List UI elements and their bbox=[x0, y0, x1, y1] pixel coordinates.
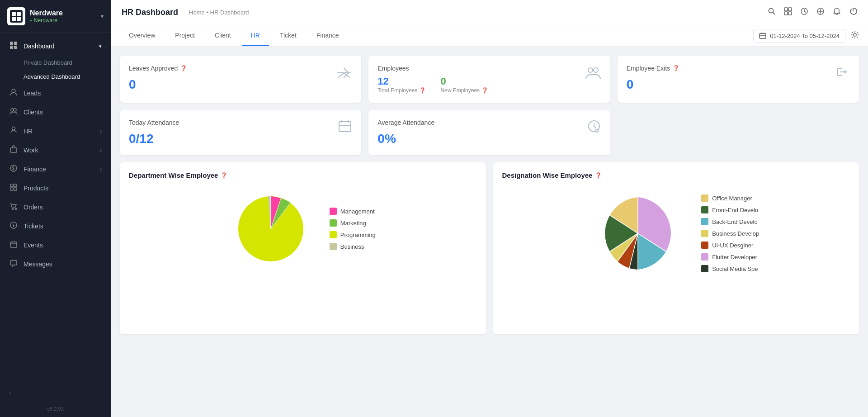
svg-rect-37 bbox=[339, 122, 351, 132]
sidebar-item-private-dashboard[interactable]: Private Dashboard bbox=[0, 56, 111, 70]
sidebar-item-leads[interactable]: Leads bbox=[0, 84, 111, 103]
svg-rect-19 bbox=[14, 188, 17, 190]
breadcrumb: Home • HR Dashboard bbox=[189, 9, 249, 16]
legend-dot-frontend bbox=[701, 206, 708, 213]
cards-row2-empty bbox=[618, 110, 859, 155]
total-employees-help-icon[interactable]: ❓ bbox=[419, 87, 426, 94]
brand-header[interactable]: Nerdware Nerdware ▾ bbox=[0, 0, 111, 33]
sidebar-collapse-button[interactable]: ‹ bbox=[0, 384, 111, 401]
tab-project[interactable]: Project bbox=[166, 25, 204, 46]
main-area: HR Dashboard Home • HR Dashboard bbox=[111, 0, 868, 417]
sidebar-item-dashboard[interactable]: Dashboard ▾ bbox=[0, 37, 111, 56]
power-icon[interactable] bbox=[849, 7, 857, 18]
svg-rect-3 bbox=[12, 17, 16, 21]
svg-point-20 bbox=[12, 208, 14, 210]
date-range-text: 01-12-2024 To 05-12-2024 bbox=[770, 33, 840, 39]
brand-logo bbox=[7, 7, 25, 25]
sidebar: Nerdware Nerdware ▾ Dashboard ▾ Private … bbox=[0, 0, 111, 417]
finance-arrow-icon: › bbox=[100, 166, 102, 172]
legend-item-uiux: UI-UX Desginer bbox=[701, 242, 759, 249]
dept-pie-legend: Management Marketing Programming Bu bbox=[330, 208, 376, 250]
card-average-attendance: Average Attendance 0% bbox=[368, 110, 610, 155]
leaves-approved-help-icon[interactable]: ❓ bbox=[180, 65, 187, 71]
sidebar-tickets-label: Tickets bbox=[24, 223, 43, 230]
sidebar-work-label: Work bbox=[24, 147, 38, 154]
leads-icon bbox=[9, 88, 18, 98]
svg-rect-27 bbox=[784, 8, 788, 11]
tabs-right: 01-12-2024 To 05-12-2024 bbox=[753, 29, 859, 43]
desig-pie-chart bbox=[593, 188, 683, 279]
tab-overview[interactable]: Overview bbox=[120, 25, 164, 46]
svg-rect-13 bbox=[10, 148, 17, 152]
settings-icon[interactable] bbox=[851, 31, 859, 41]
sidebar-item-orders[interactable]: Orders bbox=[0, 198, 111, 217]
sidebar-item-hr[interactable]: HR › bbox=[0, 122, 111, 141]
average-attendance-title: Average Attendance bbox=[377, 119, 601, 126]
search-icon[interactable] bbox=[768, 7, 776, 18]
new-employees-label: New Employees ❓ bbox=[440, 87, 488, 94]
legend-item-office-manager: Office Manager bbox=[701, 194, 759, 202]
svg-rect-6 bbox=[14, 42, 17, 45]
sidebar-item-advanced-dashboard[interactable]: Advanced Dashboard bbox=[0, 70, 111, 84]
hr-arrow-icon: › bbox=[100, 128, 102, 134]
svg-point-11 bbox=[14, 109, 16, 111]
employee-exits-icon bbox=[835, 65, 850, 82]
bell-icon[interactable] bbox=[833, 7, 841, 18]
sidebar-item-events[interactable]: Events bbox=[0, 236, 111, 255]
clock-icon[interactable] bbox=[800, 7, 808, 18]
grid-icon[interactable] bbox=[784, 7, 792, 18]
card-today-attendance: Today Attendance 0/12 bbox=[120, 110, 361, 155]
svg-point-10 bbox=[11, 109, 14, 111]
breadcrumb-separator: • bbox=[206, 9, 208, 16]
svg-rect-1 bbox=[12, 12, 16, 16]
svg-rect-0 bbox=[10, 10, 23, 23]
svg-rect-17 bbox=[14, 184, 17, 187]
new-employees-item: 0 New Employees ❓ bbox=[440, 76, 488, 94]
chart-dept-wise: Department Wise Employee ❓ bbox=[120, 162, 486, 334]
svg-rect-25 bbox=[10, 261, 17, 265]
legend-item-marketing: Marketing bbox=[330, 219, 376, 227]
new-employees-value: 0 bbox=[440, 76, 488, 87]
sidebar-item-messages[interactable]: Messages bbox=[0, 255, 111, 274]
legend-item-backend: Back-End Develo bbox=[701, 218, 759, 225]
svg-rect-5 bbox=[10, 42, 13, 45]
tabs-list: Overview Project Client HR Ticket Financ… bbox=[120, 25, 350, 46]
sidebar-item-finance[interactable]: $ Finance › bbox=[0, 160, 111, 179]
tabs-bar: Overview Project Client HR Ticket Financ… bbox=[111, 25, 868, 47]
total-employees-label: Total Employees ❓ bbox=[377, 87, 426, 94]
clients-icon bbox=[9, 107, 18, 117]
advanced-dashboard-label: Advanced Dashboard bbox=[24, 73, 80, 80]
new-employees-help-icon[interactable]: ❓ bbox=[481, 87, 488, 94]
date-range-picker[interactable]: 01-12-2024 To 05-12-2024 bbox=[753, 29, 845, 43]
legend-item-frontend: Front-End Develo bbox=[701, 206, 759, 213]
tab-ticket[interactable]: Ticket bbox=[271, 25, 306, 46]
svg-rect-7 bbox=[10, 46, 13, 49]
dept-chart-help-icon[interactable]: ❓ bbox=[221, 172, 227, 179]
desig-chart-title: Designation Wise Employee ❓ bbox=[502, 171, 850, 179]
sidebar-dashboard-label: Dashboard bbox=[24, 43, 55, 50]
sidebar-leads-label: Leads bbox=[24, 90, 41, 97]
sidebar-events-label: Events bbox=[24, 242, 43, 249]
card-leaves-approved: Leaves Approved ❓ 0 bbox=[120, 56, 361, 103]
sidebar-item-work[interactable]: Work › bbox=[0, 141, 111, 160]
svg-rect-29 bbox=[784, 12, 788, 15]
brand-dropdown-icon[interactable]: ▾ bbox=[101, 13, 104, 19]
total-employees-value: 12 bbox=[377, 76, 426, 87]
legend-item-flutter: Flutter Developer bbox=[701, 253, 759, 261]
charts-grid: Department Wise Employee ❓ bbox=[120, 162, 859, 334]
svg-text:$: $ bbox=[12, 166, 15, 171]
svg-rect-8 bbox=[14, 46, 17, 49]
desig-chart-help-icon[interactable]: ❓ bbox=[595, 172, 602, 179]
desig-pie-container: Office Manager Front-End Develo Back-End… bbox=[502, 188, 850, 279]
plus-icon[interactable] bbox=[816, 7, 825, 18]
employee-exits-help-icon[interactable]: ❓ bbox=[673, 65, 679, 71]
tab-finance[interactable]: Finance bbox=[307, 25, 348, 46]
tab-hr[interactable]: HR bbox=[242, 25, 269, 46]
orders-icon bbox=[9, 202, 18, 212]
breadcrumb-home[interactable]: Home bbox=[189, 9, 205, 16]
sidebar-item-products[interactable]: Products bbox=[0, 179, 111, 198]
header-actions bbox=[768, 7, 857, 18]
sidebar-item-tickets[interactable]: ♦ Tickets bbox=[0, 217, 111, 236]
tab-client[interactable]: Client bbox=[206, 25, 240, 46]
sidebar-item-clients[interactable]: Clients bbox=[0, 103, 111, 122]
